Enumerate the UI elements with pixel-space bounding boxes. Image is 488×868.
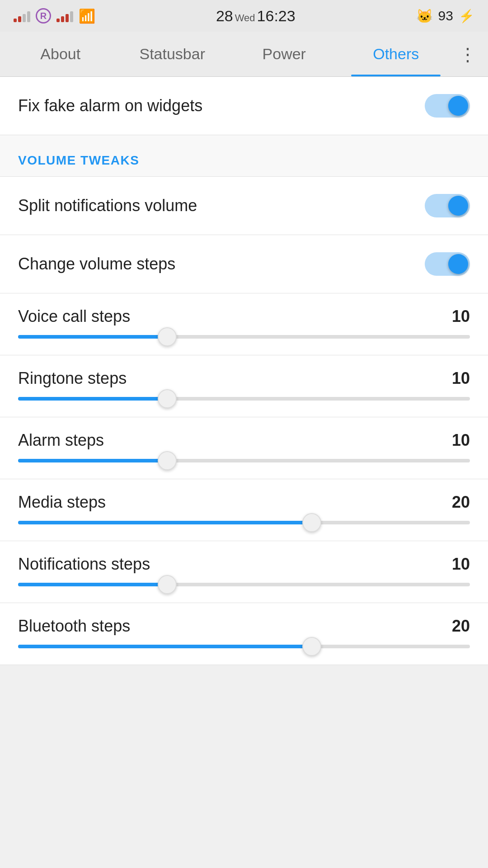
toggle-track [425,94,470,118]
fix-fake-alarm-label: Fix fake alarm on widgets [18,96,202,115]
split-notifications-row: Split notifications volume [0,177,488,235]
signal-bar [56,19,60,22]
notifications-steps-slider[interactable] [18,583,470,586]
battery-percentage: 93 [438,8,453,24]
voice-call-steps-label: Voice call steps [18,307,130,326]
slider-thumb [158,327,177,346]
toggle-thumb [448,196,468,216]
ringtone-steps-header: Ringtone steps 10 [18,369,470,388]
tab-others[interactable]: Others [340,32,452,76]
signal-bar [23,14,26,22]
voice-call-steps-value: 10 [452,307,470,326]
tab-others-label: Others [373,45,419,63]
content-area: Fix fake alarm on widgets VOLUME TWEAKS … [0,77,488,665]
notifications-steps-header: Notifications steps 10 [18,555,470,574]
notifications-steps-row: Notifications steps 10 [0,541,488,603]
bluetooth-steps-row: Bluetooth steps 20 [0,603,488,665]
bluetooth-steps-value: 20 [452,617,470,636]
slider-thumb [158,389,177,408]
change-volume-steps-label: Change volume steps [18,255,175,274]
volume-tweaks-section-header: VOLUME TWEAKS [0,135,488,177]
signal-bars-2 [56,9,73,22]
alarm-steps-row: Alarm steps 10 [0,417,488,479]
alarm-steps-label: Alarm steps [18,431,104,450]
tab-bar: About Statusbar Power Others ⋮ [0,32,488,77]
status-bar-right: 🐱 93 ⚡ [416,8,474,24]
slider-fill [18,521,312,524]
media-steps-slider[interactable] [18,521,470,524]
toggle-track [425,252,470,276]
change-volume-steps-row: Change volume steps [0,235,488,293]
registration-icon: R [36,8,51,24]
ringtone-steps-label: Ringtone steps [18,369,127,388]
voice-call-steps-header: Voice call steps 10 [18,307,470,326]
ringtone-steps-value: 10 [452,369,470,388]
alarm-steps-slider[interactable] [18,459,470,462]
signal-bar [27,11,30,22]
signal-bar [70,11,73,22]
media-steps-value: 20 [452,493,470,512]
voice-call-steps-row: Voice call steps 10 [0,293,488,355]
bluetooth-steps-slider[interactable] [18,645,470,648]
split-notifications-label: Split notifications volume [18,196,197,215]
signal-bar [18,16,21,22]
signal-bars-1 [14,9,30,22]
tab-about[interactable]: About [5,32,117,76]
status-bar: R 📶 28Wed 16:23 🐱 93 ⚡ [0,0,488,32]
fix-fake-alarm-toggle[interactable] [425,94,470,118]
status-day: Wed [235,12,255,24]
toggle-thumb [448,96,468,116]
tab-power-label: Power [263,45,306,63]
signal-bar [14,19,17,22]
wifi-icon: 📶 [79,8,95,24]
voice-call-steps-slider[interactable] [18,335,470,339]
status-bar-left: R 📶 [14,8,95,24]
bluetooth-steps-label: Bluetooth steps [18,617,130,636]
signal-bar [61,16,64,22]
alarm-steps-header: Alarm steps 10 [18,431,470,450]
bluetooth-steps-header: Bluetooth steps 20 [18,617,470,636]
tab-about-label: About [40,45,80,63]
slider-thumb [302,513,321,532]
fix-fake-alarm-row: Fix fake alarm on widgets [0,77,488,135]
notifications-steps-label: Notifications steps [18,555,150,574]
status-time: 16:23 [257,7,296,25]
ringtone-steps-row: Ringtone steps 10 [0,355,488,417]
notifications-steps-value: 10 [452,555,470,574]
slider-thumb [158,575,177,594]
slider-thumb [158,451,177,470]
more-options-button[interactable]: ⋮ [452,44,483,65]
signal-bar [66,14,69,22]
toggle-track [425,194,470,217]
slider-fill [18,459,167,462]
volume-tweaks-title: VOLUME TWEAKS [18,153,139,167]
slider-fill [18,645,312,648]
cat-icon: 🐱 [416,8,433,24]
more-options-icon: ⋮ [459,44,477,65]
media-steps-row: Media steps 20 [0,479,488,541]
slider-fill [18,335,167,339]
battery-charging-icon: ⚡ [459,9,474,24]
change-volume-steps-toggle[interactable] [425,252,470,276]
status-bar-center: 28Wed 16:23 [216,7,296,25]
ringtone-steps-slider[interactable] [18,397,470,401]
status-date: 28 [216,7,233,25]
media-steps-header: Media steps 20 [18,493,470,512]
tab-power[interactable]: Power [228,32,340,76]
tab-statusbar[interactable]: Statusbar [117,32,229,76]
split-notifications-toggle[interactable] [425,194,470,217]
toggle-thumb [448,254,468,274]
slider-thumb [302,637,321,656]
tab-statusbar-label: Statusbar [139,45,205,63]
media-steps-label: Media steps [18,493,106,512]
alarm-steps-value: 10 [452,431,470,450]
slider-fill [18,583,167,586]
slider-fill [18,397,167,401]
